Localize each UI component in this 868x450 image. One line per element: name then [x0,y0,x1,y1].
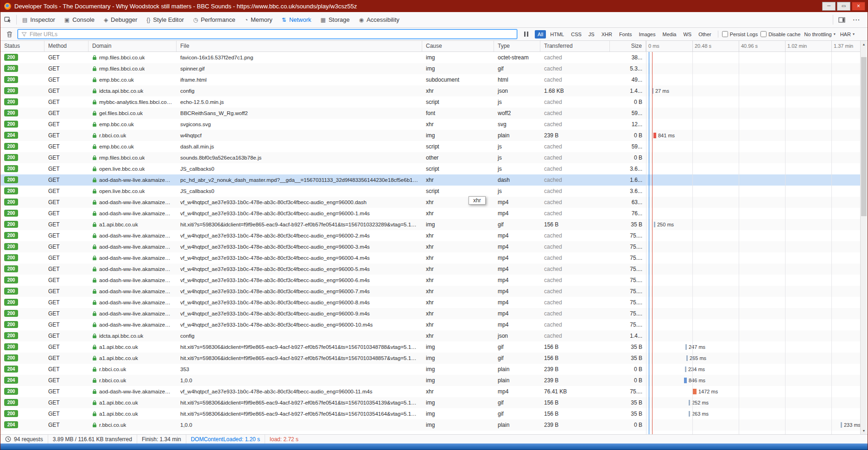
request-row[interactable]: 200GETa1.api.bbc.co.ukhit.xiti?s=598306&… [0,353,861,364]
timeline-cell [646,241,861,252]
request-row[interactable]: 200GETemp.bbc.co.ukdash.all.min.jsscript… [0,141,861,152]
filter-fonts[interactable]: Fonts [616,30,635,39]
column-header-cause[interactable]: Cause [422,41,494,51]
request-row[interactable]: 200GETopen.live.bbc.co.ukJS_callbacks0sc… [0,163,861,174]
filter-js[interactable]: JS [586,30,597,39]
request-row[interactable]: 200GETemp.bbc.co.ukiframe.htmlsubdocumen… [0,74,861,85]
request-row[interactable]: 200GETidcta.api.bbc.co.ukconfigxhrjson1.… [0,85,861,96]
request-row[interactable]: 200GETa1.api.bbc.co.ukhit.xiti?s=598306&… [0,408,861,419]
request-row[interactable]: 200GETa1.api.bbc.co.ukhit.xiti?s=598306&… [0,341,861,353]
domain-cell: aod-dash-ww-live.akamaized.... [89,197,177,208]
request-row[interactable]: 200GETopen.live.bbc.co.ukJS_callbacks0sc… [0,186,861,197]
restore-button[interactable]: ▭ [837,2,850,11]
transferred-cell: cached [540,119,610,130]
request-row[interactable]: 200GETaod-dash-ww-live.akamaized....vf_w… [0,197,861,208]
filter-html[interactable]: HTML [547,30,567,39]
filter-urls-input[interactable] [30,31,513,38]
column-header-status[interactable]: Status [0,41,44,51]
request-row[interactable]: 204GETr.bbci.co.ukw4hqtpcfimgplain239 B0… [0,130,861,141]
waterfall-label: 263 ms [692,408,709,419]
scroll-down-arrow-icon[interactable]: ▼ [861,427,867,434]
tab-style-editor[interactable]: {}Style Editor [142,12,189,27]
request-row[interactable]: 200GETrmp.files.bbci.co.ukspinner.gifimg… [0,63,861,74]
request-row[interactable]: 200GETaod-dash-ww-live.akamaized....vf_w… [0,241,861,252]
column-header-transferred[interactable]: Transferred [540,41,610,51]
status-cell: 200 [0,353,44,364]
request-row[interactable]: 204GETr.bbci.co.uk1,0.0imgplain239 B0 B2… [0,419,861,431]
request-row[interactable]: 200GETa1.api.bbc.co.ukhit.xiti?s=598306&… [0,397,861,408]
tab-inspector[interactable]: ▤Inspector [18,12,60,27]
method-cell: GET [44,264,89,275]
request-row[interactable]: 200GETaod-dash-ww-live.akamaized....vf_w… [0,297,861,308]
scrollbar-thumb[interactable] [861,57,867,216]
firefox-icon [4,3,11,10]
request-row[interactable]: 200GETa1.api.bbc.co.ukhit.xiti?s=598306&… [0,219,861,230]
domain-cell: open.live.bbc.co.uk [89,163,177,174]
column-header-type[interactable]: Type [494,41,540,51]
filter-xhr[interactable]: XHR [599,30,615,39]
file-cell: favicon-16x16.537f2ed7c1.png [177,52,422,63]
timeline-cell [646,264,861,275]
size-cell: 0 B [610,375,646,386]
status-badge: 200 [4,109,18,116]
column-header-domain[interactable]: Domain [89,41,177,51]
tab-network[interactable]: ⇅Network [277,12,316,27]
cause-cell: script [422,141,494,152]
domcontentloaded-time[interactable]: DOMContentLoaded: 1.20 s [186,435,265,444]
request-row[interactable]: 204GETr.bbci.co.uk353imgplain239 B0 B234… [0,364,861,375]
request-row[interactable]: 200GETaod-dash-ww-live.akamaized....vf_w… [0,208,861,219]
request-row[interactable]: 200GETaod-dash-ww-live.akamaized....vf_w… [0,386,861,397]
minimize-button[interactable]: ─ [822,2,836,11]
tab-accessibility[interactable]: ◉Accessibility [354,12,404,27]
request-row[interactable]: 200GETaod-dash-ww-live.akamaized....vf_w… [0,252,861,264]
har-dropdown[interactable]: HAR ▾ [839,32,855,37]
request-row[interactable]: 200GETaod-dash-ww-live.akamaized....vf_w… [0,230,861,241]
pick-element-button[interactable] [0,12,15,27]
tab-debugger[interactable]: ◈Debugger [99,12,142,27]
filter-other[interactable]: Other [696,30,714,39]
request-row[interactable]: 200GETmybbc-analytics.files.bbci.co.ukec… [0,96,861,108]
load-time[interactable]: load: 2.72 s [265,435,303,444]
request-row[interactable]: 200GETaod-dash-ww-live.akamaized....vf_w… [0,319,861,330]
request-row[interactable]: 200GETrmp.files.bbci.co.ukfavicon-16x16.… [0,52,861,63]
request-row[interactable]: 200GETaod-dash-ww-live.akamaized....vf_w… [0,308,861,319]
request-row[interactable]: 200GETaod-dash-ww-live.akamaized....pc_h… [0,174,861,186]
request-row[interactable]: 200GETaod-dash-ww-live.akamaized....vf_w… [0,286,861,297]
status-badge: 200 [4,343,18,350]
devtools-menu-button[interactable]: ⋯ [849,12,864,27]
lock-icon [92,122,97,127]
pause-recording-button[interactable] [520,29,532,39]
close-button[interactable]: × [852,2,865,11]
vertical-scrollbar[interactable]: ▲ ▼ [860,41,867,434]
persist-logs-checkbox[interactable] [722,31,728,37]
waterfall-label: 252 ms [692,397,709,408]
dock-side-button[interactable] [834,12,849,27]
scroll-up-arrow-icon[interactable]: ▲ [861,41,867,48]
tab-memory[interactable]: ◔Memory [240,12,277,27]
filter-images[interactable]: Images [636,30,658,39]
request-row[interactable]: 200GETidcta.api.bbc.co.ukconfigxhrjsonca… [0,330,861,341]
column-header-method[interactable]: Method [44,41,89,51]
filter-media[interactable]: Media [659,30,679,39]
request-row[interactable]: 200GETemp.bbc.co.uksvgicons.svgxhrsvgcac… [0,119,861,130]
domain-cell: idcta.api.bbc.co.uk [89,330,177,341]
column-header-file[interactable]: File [177,41,422,51]
request-row[interactable]: 200GETaod-dash-ww-live.akamaized....vf_w… [0,264,861,275]
request-row[interactable]: 204GETr.bbci.co.uk1,0.0imgplain239 B0 B8… [0,375,861,386]
timeline-cell: 841 ms [646,130,861,141]
disable-cache-checkbox[interactable] [760,31,767,37]
request-row[interactable]: 200GETaod-dash-ww-live.akamaized....vf_w… [0,275,861,286]
domain-text: rmp.files.bbci.co.uk [99,152,145,163]
tab-console[interactable]: ▣Console [60,12,99,27]
tab-performance[interactable]: ◷Performance [189,12,240,27]
filter-all[interactable]: All [535,30,546,39]
throttling-dropdown[interactable]: No throttling ▾ [803,32,836,37]
request-row[interactable]: 200GETrmp.files.bbci.co.uksounds.8bf0c9a… [0,152,861,163]
request-row[interactable]: 200GETgel.files.bbci.co.ukBBCReithSans_W… [0,108,861,119]
tab-storage[interactable]: ▦Storage [316,12,355,27]
column-header-size[interactable]: Size [610,41,646,51]
clear-requests-button[interactable] [4,29,15,39]
filter-css[interactable]: CSS [568,30,584,39]
filter-ws[interactable]: WS [680,30,694,39]
status-cell: 200 [0,241,44,252]
